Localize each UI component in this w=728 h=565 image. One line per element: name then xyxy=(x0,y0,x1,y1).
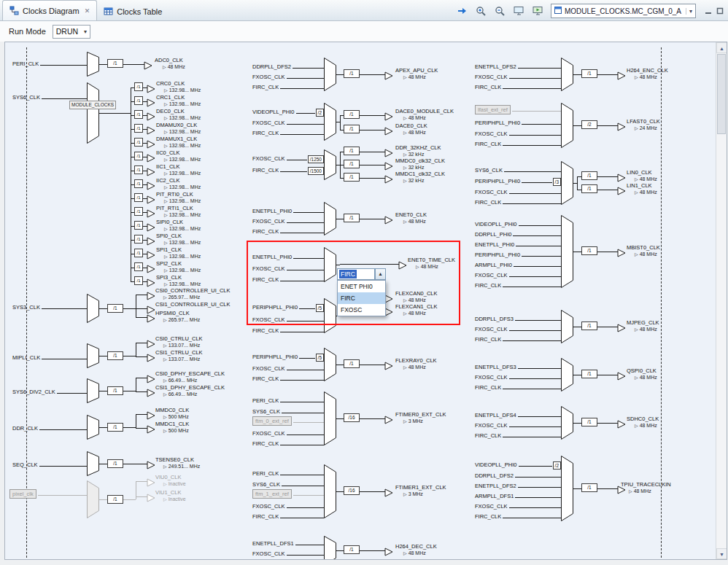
mux-icon[interactable] xyxy=(87,480,99,521)
run-mode-select[interactable]: DRUN ▾ xyxy=(53,25,90,39)
mux-icon[interactable] xyxy=(561,161,573,208)
divider-box[interactable]: /2 xyxy=(553,461,561,469)
divider-box[interactable]: /1 xyxy=(134,96,143,105)
clocks-diagram-canvas[interactable]: PERI_CLK/1ADC0_CLK▷48 MHzSYS6_CLK/1CRC0_… xyxy=(4,42,727,560)
divider-box[interactable]: /1 xyxy=(134,249,143,257)
clock-source-combo-field[interactable]: FIRC xyxy=(337,268,375,280)
divider-box[interactable]: /2 xyxy=(581,120,597,129)
divider-box[interactable]: /1 xyxy=(344,160,360,168)
mux-icon[interactable] xyxy=(87,378,99,406)
divider-box[interactable]: /1 xyxy=(581,483,597,492)
divider-box[interactable]: /1 xyxy=(581,184,597,193)
divider-box[interactable]: /1 xyxy=(107,304,123,313)
combo-collapse-button[interactable]: ▴ xyxy=(375,268,386,280)
chevron-down-icon[interactable]: ▾ xyxy=(84,28,87,35)
scroll-down-icon[interactable]: ▼ xyxy=(716,548,727,559)
divider-box[interactable]: /1250 xyxy=(308,155,324,163)
tab-clocks-diagram[interactable]: Clocks Diagram ✕ xyxy=(2,0,97,20)
divider-box[interactable]: /1 xyxy=(134,138,143,147)
divider-box[interactable]: /1 xyxy=(344,359,360,368)
divider-box[interactable]: /2 xyxy=(316,109,324,117)
zoom-in-icon[interactable] xyxy=(475,5,488,17)
divider-box[interactable]: /1 xyxy=(134,276,143,285)
divider-box[interactable]: /1 xyxy=(107,423,123,432)
divider-box[interactable]: /1500 xyxy=(308,167,324,175)
mux-icon[interactable] xyxy=(324,536,336,560)
mux-icon[interactable] xyxy=(87,343,99,371)
divider-box[interactable]: /1 xyxy=(344,173,360,182)
divider-box[interactable]: /1 xyxy=(344,147,360,155)
divider-box[interactable]: /1 xyxy=(344,545,360,554)
mux-icon[interactable] xyxy=(324,464,336,521)
chevron-down-icon[interactable]: ▾ xyxy=(686,8,694,15)
mux-icon[interactable] xyxy=(87,52,99,79)
mux-icon[interactable] xyxy=(561,456,573,524)
divider-box[interactable]: /1 xyxy=(134,221,143,230)
divider-box[interactable]: /1 xyxy=(134,110,143,119)
divider-box[interactable]: /1 xyxy=(344,214,360,222)
scrollbar-thumb[interactable] xyxy=(717,54,726,134)
divider-box[interactable]: /1 xyxy=(134,152,143,160)
divider-box[interactable]: /1 xyxy=(134,235,143,243)
mux-icon[interactable] xyxy=(87,82,99,147)
dropdown-option[interactable]: FIRC xyxy=(338,292,385,304)
mux-icon[interactable] xyxy=(561,406,573,443)
divider-box[interactable]: /1 xyxy=(134,207,143,216)
fit-to-screen-icon[interactable] xyxy=(513,5,526,17)
divider-box[interactable]: /1 xyxy=(581,171,597,180)
mux-icon[interactable] xyxy=(561,103,573,151)
mux-icon[interactable] xyxy=(87,415,99,443)
divider-box[interactable]: /1 xyxy=(581,69,597,78)
divider-box[interactable]: /1 xyxy=(344,125,360,133)
mux-icon[interactable] xyxy=(561,310,573,346)
zoom-out-icon[interactable] xyxy=(494,5,507,17)
divider-box[interactable]: /1 xyxy=(134,82,143,91)
divider-box[interactable]: /1 xyxy=(134,165,143,174)
divider-box[interactable]: /1 xyxy=(134,124,143,133)
forward-arrow-icon[interactable] xyxy=(456,5,469,17)
divider-box[interactable]: /1 xyxy=(344,110,360,119)
scroll-up-icon[interactable]: ▲ xyxy=(716,42,727,53)
divider-box[interactable]: /5 xyxy=(316,354,324,362)
divider-box[interactable]: /1 xyxy=(581,246,597,255)
divider-box[interactable]: /1 xyxy=(107,386,123,395)
mux-icon[interactable] xyxy=(561,358,573,394)
divider-box[interactable]: /3 xyxy=(553,178,561,186)
divider-box[interactable]: /5 xyxy=(316,304,324,312)
divider-box[interactable]: /1 xyxy=(134,179,143,188)
mux-icon[interactable] xyxy=(324,58,336,94)
tab-clocks-table[interactable]: Clocks Table xyxy=(97,2,169,20)
divider-box[interactable]: /1 xyxy=(344,69,360,78)
dropdown-option[interactable]: ENET PHI0 xyxy=(338,281,385,292)
mux-icon[interactable] xyxy=(87,294,99,326)
divider-box[interactable]: /1 xyxy=(581,370,597,378)
close-tab-icon[interactable]: ✕ xyxy=(85,7,90,15)
divider-box[interactable]: /16 xyxy=(344,486,360,495)
divider-box[interactable]: /1 xyxy=(581,322,597,330)
divider-box[interactable]: /1 xyxy=(134,193,143,202)
module-clocks-select[interactable]: MODULE_CLOCKS.MC_CGM_0_A ▾ xyxy=(551,4,696,18)
divider-box[interactable]: /1 xyxy=(107,459,123,468)
presentation-icon[interactable] xyxy=(532,5,545,17)
divider-box[interactable]: /1 xyxy=(107,495,123,504)
mux-icon[interactable] xyxy=(324,103,336,144)
mux-icon[interactable] xyxy=(324,247,336,285)
minimize-icon[interactable] xyxy=(705,4,712,17)
mux-icon[interactable] xyxy=(561,215,573,291)
divider-box[interactable]: /1 xyxy=(107,351,123,360)
mux-icon[interactable] xyxy=(324,202,336,238)
mux-icon[interactable] xyxy=(324,149,336,183)
divider-box[interactable]: /1 xyxy=(107,59,123,68)
mux-icon[interactable] xyxy=(561,58,573,94)
vertical-scrollbar[interactable]: ▲ ▼ xyxy=(716,42,727,559)
clock-output: LIN0_CLK▷48 MHz xyxy=(627,169,657,183)
divider-box[interactable]: /1 xyxy=(581,418,597,426)
divider-box[interactable]: /16 xyxy=(344,413,360,422)
maximize-icon[interactable] xyxy=(716,4,724,17)
mux-icon[interactable] xyxy=(324,298,336,336)
mux-icon[interactable] xyxy=(87,451,99,479)
dropdown-option[interactable]: FXOSC xyxy=(338,304,385,316)
mux-icon[interactable] xyxy=(324,391,336,448)
mux-icon[interactable] xyxy=(324,348,336,384)
divider-box[interactable]: /1 xyxy=(134,262,143,271)
